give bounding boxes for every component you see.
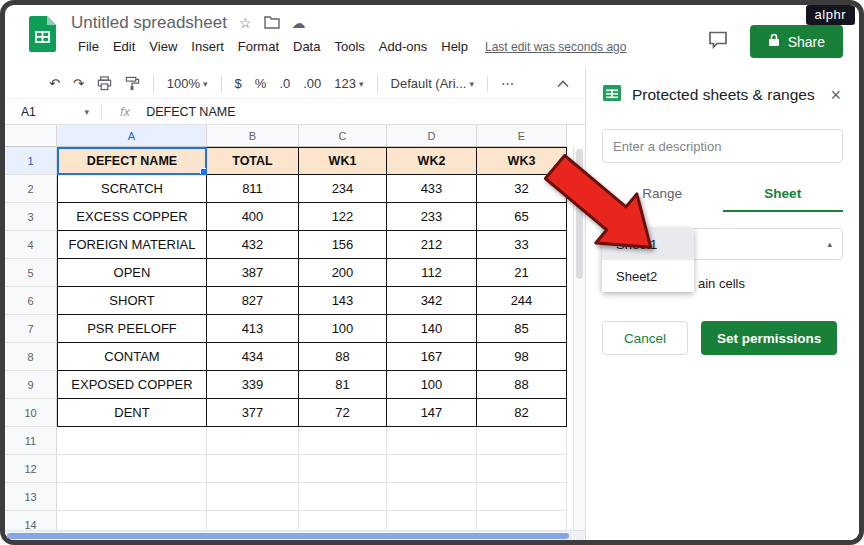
cell-E8[interactable]: 98 [477, 343, 567, 371]
cell-D1[interactable]: WK2 [387, 147, 477, 175]
close-icon[interactable]: × [828, 86, 843, 104]
menu-help[interactable]: Help [434, 37, 475, 56]
row-header-9[interactable]: 9 [5, 371, 57, 399]
cell-D8[interactable]: 167 [387, 343, 477, 371]
last-edit-status[interactable]: Last edit was seconds ago [485, 40, 626, 54]
star-icon[interactable]: ☆ [239, 16, 252, 30]
vertical-scrollbar-thumb[interactable] [576, 149, 583, 279]
row-header-1[interactable]: 1 [5, 147, 57, 175]
cell-A9[interactable]: EXPOSED COPPER [57, 371, 207, 399]
row-header-4[interactable]: 4 [5, 231, 57, 259]
cell-C10[interactable]: 72 [299, 399, 387, 427]
row-header-11[interactable]: 11 [5, 427, 57, 455]
redo-icon[interactable]: ↷ [73, 76, 84, 91]
row-header-13[interactable]: 13 [5, 483, 57, 511]
cell-B3[interactable]: 400 [207, 203, 299, 231]
cell-B10[interactable]: 377 [207, 399, 299, 427]
cell-E7[interactable]: 85 [477, 315, 567, 343]
cell-D7[interactable]: 140 [387, 315, 477, 343]
cell-C1[interactable]: WK1 [299, 147, 387, 175]
cell-A6[interactable]: SHORT [57, 287, 207, 315]
cell-D3[interactable]: 233 [387, 203, 477, 231]
cell-C7[interactable]: 100 [299, 315, 387, 343]
cell-B9[interactable]: 339 [207, 371, 299, 399]
vertical-scrollbar[interactable] [573, 147, 585, 530]
cell-C6[interactable]: 143 [299, 287, 387, 315]
tab-range[interactable]: Range [602, 175, 723, 212]
cell-D9[interactable]: 100 [387, 371, 477, 399]
row-header-3[interactable]: 3 [5, 203, 57, 231]
menu-addons[interactable]: Add-ons [372, 37, 434, 56]
cloud-status-icon[interactable]: ☁ [292, 16, 306, 30]
cell-D13[interactable] [387, 483, 477, 511]
cell-E4[interactable]: 33 [477, 231, 567, 259]
menu-view[interactable]: View [142, 37, 184, 56]
row-header-5[interactable]: 5 [5, 259, 57, 287]
menu-tools[interactable]: Tools [327, 37, 371, 56]
comment-icon[interactable] [708, 31, 728, 53]
row-header-7[interactable]: 7 [5, 315, 57, 343]
cell-A4[interactable]: FOREIGN MATERIAL [57, 231, 207, 259]
cell-C12[interactable] [299, 455, 387, 483]
horizontal-scrollbar-thumb[interactable] [7, 533, 569, 539]
row-header-10[interactable]: 10 [5, 399, 57, 427]
cell-D10[interactable]: 147 [387, 399, 477, 427]
description-input[interactable] [602, 129, 843, 163]
column-header-d[interactable]: D [387, 125, 477, 147]
cell-E3[interactable]: 65 [477, 203, 567, 231]
cell-E5[interactable]: 21 [477, 259, 567, 287]
cell-A11[interactable] [57, 427, 207, 455]
cell-D5[interactable]: 112 [387, 259, 477, 287]
menu-format[interactable]: Format [231, 37, 286, 56]
column-header-c[interactable]: C [299, 125, 387, 147]
cell-C13[interactable] [299, 483, 387, 511]
cell-A2[interactable]: SCRATCH [57, 175, 207, 203]
cell-B12[interactable] [207, 455, 299, 483]
cell-E2[interactable]: 32 [477, 175, 567, 203]
cell-C2[interactable]: 234 [299, 175, 387, 203]
set-permissions-button[interactable]: Set permissions [701, 321, 837, 355]
cell-B6[interactable]: 827 [207, 287, 299, 315]
print-icon[interactable] [97, 76, 112, 91]
cell-C11[interactable] [299, 427, 387, 455]
cancel-button[interactable]: Cancel [602, 321, 688, 355]
cell-C8[interactable]: 88 [299, 343, 387, 371]
cell-C4[interactable]: 156 [299, 231, 387, 259]
name-box[interactable]: A1 ▾ [5, 105, 101, 119]
format-currency-button[interactable]: $ [235, 76, 242, 91]
cell-E11[interactable] [477, 427, 567, 455]
dropdown-option-sheet1[interactable]: Sheet1 [602, 228, 694, 260]
formula-input[interactable]: DEFECT NAME [146, 105, 235, 119]
column-header-e[interactable]: E [477, 125, 567, 147]
more-toolbar-icon[interactable]: ⋯ [501, 76, 514, 91]
cell-B2[interactable]: 811 [207, 175, 299, 203]
cell-D6[interactable]: 342 [387, 287, 477, 315]
cell-E12[interactable] [477, 455, 567, 483]
cell-E6[interactable]: 244 [477, 287, 567, 315]
cell-D2[interactable]: 433 [387, 175, 477, 203]
zoom-select[interactable]: 100%▾ [167, 76, 208, 91]
cell-A8[interactable]: CONTAM [57, 343, 207, 371]
cell-D11[interactable] [387, 427, 477, 455]
menu-file[interactable]: File [71, 37, 106, 56]
row-header-6[interactable]: 6 [5, 287, 57, 315]
row-header-12[interactable]: 12 [5, 455, 57, 483]
dropdown-option-sheet2[interactable]: Sheet2 [602, 260, 694, 292]
cell-A5[interactable]: OPEN [57, 259, 207, 287]
cell-B4[interactable]: 432 [207, 231, 299, 259]
cell-B13[interactable] [207, 483, 299, 511]
horizontal-scrollbar[interactable] [5, 530, 585, 540]
row-header-8[interactable]: 8 [5, 343, 57, 371]
cell-E10[interactable]: 82 [477, 399, 567, 427]
cell-B5[interactable]: 387 [207, 259, 299, 287]
cell-A1[interactable]: DEFECT NAME [57, 147, 207, 175]
menu-insert[interactable]: Insert [184, 37, 231, 56]
cell-B11[interactable] [207, 427, 299, 455]
cell-C3[interactable]: 122 [299, 203, 387, 231]
format-percent-button[interactable]: % [255, 76, 267, 91]
cell-B7[interactable]: 413 [207, 315, 299, 343]
cell-D4[interactable]: 212 [387, 231, 477, 259]
paint-format-icon[interactable] [125, 76, 140, 91]
cell-A13[interactable] [57, 483, 207, 511]
decrease-decimal-button[interactable]: .0 [279, 76, 290, 91]
